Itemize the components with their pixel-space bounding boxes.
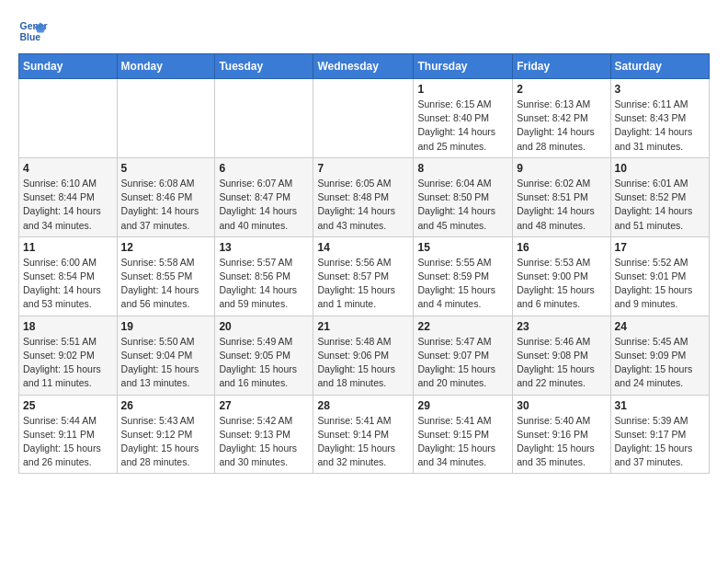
calendar-cell: 23Sunrise: 5:46 AM Sunset: 9:08 PM Dayli… [513,316,610,395]
day-number: 20 [219,320,309,333]
day-info: Sunrise: 6:11 AM Sunset: 8:43 PM Dayligh… [615,98,705,154]
calendar-cell [215,79,313,158]
day-info: Sunrise: 5:42 AM Sunset: 9:13 PM Dayligh… [219,414,309,470]
calendar-cell: 18Sunrise: 5:51 AM Sunset: 9:02 PM Dayli… [19,316,118,395]
calendar-cell: 1Sunrise: 6:15 AM Sunset: 8:40 PM Daylig… [414,79,513,158]
calendar-cell: 12Sunrise: 5:58 AM Sunset: 8:55 PM Dayli… [117,236,215,316]
day-number: 17 [615,241,705,254]
calendar-cell: 11Sunrise: 6:00 AM Sunset: 8:54 PM Dayli… [19,236,118,316]
day-number: 22 [417,320,508,333]
day-info: Sunrise: 6:10 AM Sunset: 8:44 PM Dayligh… [23,177,113,233]
calendar-cell: 16Sunrise: 5:53 AM Sunset: 9:00 PM Dayli… [513,236,610,316]
day-number: 30 [517,399,606,412]
day-info: Sunrise: 5:57 AM Sunset: 8:56 PM Dayligh… [219,256,309,312]
weekday-tuesday: Tuesday [215,54,313,79]
weekday-friday: Friday [513,54,610,79]
calendar-cell: 30Sunrise: 5:40 AM Sunset: 9:16 PM Dayli… [513,395,610,474]
weekday-header-row: SundayMondayTuesdayWednesdayThursdayFrid… [19,54,710,79]
calendar-cell: 7Sunrise: 6:05 AM Sunset: 8:48 PM Daylig… [313,157,414,236]
day-number: 26 [121,399,211,412]
day-info: Sunrise: 5:49 AM Sunset: 9:05 PM Dayligh… [219,335,309,391]
day-info: Sunrise: 5:44 AM Sunset: 9:11 PM Dayligh… [23,414,113,470]
day-number: 31 [615,399,705,412]
day-number: 29 [417,399,508,412]
day-info: Sunrise: 6:04 AM Sunset: 8:50 PM Dayligh… [417,177,508,233]
calendar-cell: 21Sunrise: 5:48 AM Sunset: 9:06 PM Dayli… [313,316,414,395]
day-info: Sunrise: 5:53 AM Sunset: 9:00 PM Dayligh… [517,256,606,312]
calendar-cell: 2Sunrise: 6:13 AM Sunset: 8:42 PM Daylig… [513,79,610,158]
calendar-cell: 22Sunrise: 5:47 AM Sunset: 9:07 PM Dayli… [414,316,513,395]
day-info: Sunrise: 6:02 AM Sunset: 8:51 PM Dayligh… [517,177,606,233]
day-number: 2 [517,83,606,96]
day-info: Sunrise: 5:41 AM Sunset: 9:14 PM Dayligh… [317,414,409,470]
day-number: 7 [317,162,409,175]
weekday-monday: Monday [117,54,215,79]
day-number: 8 [417,162,508,175]
day-info: Sunrise: 6:07 AM Sunset: 8:47 PM Dayligh… [219,177,309,233]
logo: General Blue [18,17,51,46]
svg-text:Blue: Blue [20,32,41,42]
calendar-cell: 15Sunrise: 5:55 AM Sunset: 8:59 PM Dayli… [414,236,513,316]
calendar-cell [19,79,118,158]
day-info: Sunrise: 5:51 AM Sunset: 9:02 PM Dayligh… [23,335,113,391]
calendar-cell: 10Sunrise: 6:01 AM Sunset: 8:52 PM Dayli… [610,157,709,236]
weekday-sunday: Sunday [19,54,118,79]
calendar-row-1: 4Sunrise: 6:10 AM Sunset: 8:44 PM Daylig… [19,157,710,236]
day-info: Sunrise: 6:15 AM Sunset: 8:40 PM Dayligh… [417,98,508,154]
calendar-cell: 13Sunrise: 5:57 AM Sunset: 8:56 PM Dayli… [215,236,313,316]
calendar-cell: 29Sunrise: 5:41 AM Sunset: 9:15 PM Dayli… [414,395,513,474]
day-number: 3 [615,83,705,96]
calendar-row-2: 11Sunrise: 6:00 AM Sunset: 8:54 PM Dayli… [19,236,710,316]
calendar-cell: 19Sunrise: 5:50 AM Sunset: 9:04 PM Dayli… [117,316,215,395]
day-number: 12 [121,241,211,254]
day-number: 27 [219,399,309,412]
day-number: 13 [219,241,309,254]
day-number: 25 [23,399,113,412]
day-info: Sunrise: 6:00 AM Sunset: 8:54 PM Dayligh… [23,256,113,312]
page: General Blue SundayMondayTuesdayWednesda… [0,0,728,563]
logo-icon: General Blue [18,17,48,46]
day-number: 18 [23,320,113,333]
day-number: 24 [615,320,705,333]
day-number: 11 [23,241,113,254]
calendar-cell: 26Sunrise: 5:43 AM Sunset: 9:12 PM Dayli… [117,395,215,474]
day-info: Sunrise: 6:05 AM Sunset: 8:48 PM Dayligh… [317,177,409,233]
calendar-cell: 3Sunrise: 6:11 AM Sunset: 8:43 PM Daylig… [610,79,709,158]
calendar-cell: 25Sunrise: 5:44 AM Sunset: 9:11 PM Dayli… [19,395,118,474]
day-info: Sunrise: 5:56 AM Sunset: 8:57 PM Dayligh… [317,256,409,312]
calendar-table: SundayMondayTuesdayWednesdayThursdayFrid… [18,53,710,474]
day-number: 5 [121,162,211,175]
day-number: 14 [317,241,409,254]
weekday-thursday: Thursday [414,54,513,79]
day-number: 1 [417,83,508,96]
calendar-cell: 8Sunrise: 6:04 AM Sunset: 8:50 PM Daylig… [414,157,513,236]
day-info: Sunrise: 6:08 AM Sunset: 8:46 PM Dayligh… [121,177,211,233]
day-info: Sunrise: 5:47 AM Sunset: 9:07 PM Dayligh… [417,335,508,391]
header: General Blue [18,17,710,46]
calendar-cell: 14Sunrise: 5:56 AM Sunset: 8:57 PM Dayli… [313,236,414,316]
calendar-cell: 20Sunrise: 5:49 AM Sunset: 9:05 PM Dayli… [215,316,313,395]
day-number: 9 [517,162,606,175]
day-info: Sunrise: 5:50 AM Sunset: 9:04 PM Dayligh… [121,335,211,391]
day-number: 15 [417,241,508,254]
weekday-wednesday: Wednesday [313,54,414,79]
calendar-cell: 4Sunrise: 6:10 AM Sunset: 8:44 PM Daylig… [19,157,118,236]
day-info: Sunrise: 5:55 AM Sunset: 8:59 PM Dayligh… [417,256,508,312]
calendar-cell [117,79,215,158]
calendar-cell: 5Sunrise: 6:08 AM Sunset: 8:46 PM Daylig… [117,157,215,236]
weekday-saturday: Saturday [610,54,709,79]
day-info: Sunrise: 5:45 AM Sunset: 9:09 PM Dayligh… [615,335,705,391]
day-number: 19 [121,320,211,333]
day-number: 16 [517,241,606,254]
calendar-cell: 27Sunrise: 5:42 AM Sunset: 9:13 PM Dayli… [215,395,313,474]
calendar-row-0: 1Sunrise: 6:15 AM Sunset: 8:40 PM Daylig… [19,79,710,158]
calendar-cell: 6Sunrise: 6:07 AM Sunset: 8:47 PM Daylig… [215,157,313,236]
calendar-row-4: 25Sunrise: 5:44 AM Sunset: 9:11 PM Dayli… [19,395,710,474]
calendar-cell: 31Sunrise: 5:39 AM Sunset: 9:17 PM Dayli… [610,395,709,474]
day-info: Sunrise: 5:52 AM Sunset: 9:01 PM Dayligh… [615,256,705,312]
calendar-cell: 24Sunrise: 5:45 AM Sunset: 9:09 PM Dayli… [610,316,709,395]
day-number: 6 [219,162,309,175]
day-info: Sunrise: 5:46 AM Sunset: 9:08 PM Dayligh… [517,335,606,391]
day-info: Sunrise: 6:13 AM Sunset: 8:42 PM Dayligh… [517,98,606,154]
calendar-cell: 9Sunrise: 6:02 AM Sunset: 8:51 PM Daylig… [513,157,610,236]
